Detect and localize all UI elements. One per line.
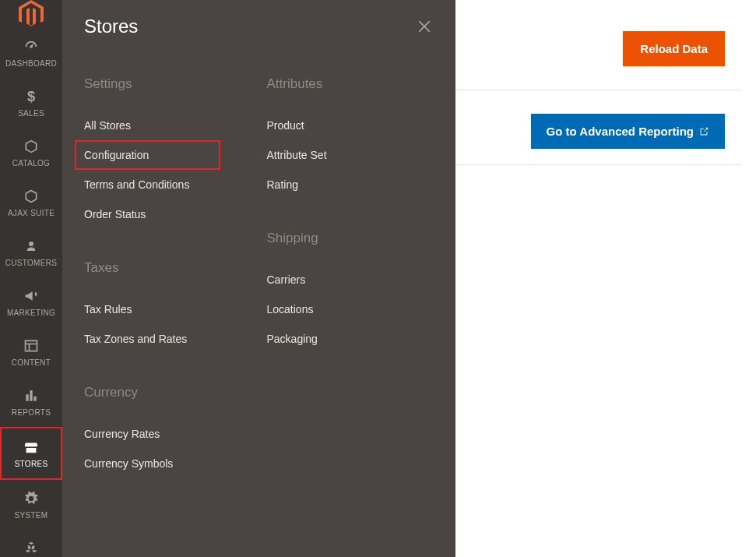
layout-icon xyxy=(22,337,40,355)
nav-customers[interactable]: CUSTOMERS xyxy=(0,227,62,277)
link-attribute-set[interactable]: Attribute Set xyxy=(267,140,434,170)
magento-logo[interactable] xyxy=(0,0,62,28)
hex-icon xyxy=(22,187,40,206)
flyout-col-right: Attributes Product Attribute Set Rating … xyxy=(267,76,434,509)
nav-label: AJAX SUITE xyxy=(8,209,55,218)
section-title: Settings xyxy=(84,76,251,92)
nav-stores[interactable]: STORES xyxy=(0,427,62,480)
gear-icon xyxy=(22,489,40,508)
nav-label: SYSTEM xyxy=(15,511,48,520)
person-icon xyxy=(22,237,40,256)
stores-flyout: Stores Settings All Stores Configuration… xyxy=(62,0,455,557)
link-all-stores[interactable]: All Stores xyxy=(84,111,251,140)
section-title: Taxes xyxy=(84,260,251,276)
section-title: Attributes xyxy=(267,76,434,92)
flyout-col-left: Settings All Stores Configuration Terms … xyxy=(84,76,251,509)
nav-label: CATALOG xyxy=(12,159,50,168)
link-packaging[interactable]: Packaging xyxy=(267,324,434,354)
bars-icon xyxy=(22,386,40,405)
dashboard-icon xyxy=(22,37,40,56)
reload-button[interactable]: Reload Data xyxy=(623,31,725,66)
link-locations[interactable]: Locations xyxy=(267,294,434,324)
nav-system[interactable]: SYSTEM xyxy=(0,480,62,530)
flyout-section-currency: Currency Currency Rates Currency Symbols xyxy=(84,385,251,478)
flyout-section-shipping: Shipping Carriers Locations Packaging xyxy=(267,231,434,354)
link-tax-rules[interactable]: Tax Rules xyxy=(84,294,251,324)
flyout-columns: Settings All Stores Configuration Terms … xyxy=(84,76,434,509)
advanced-reporting-button[interactable]: Go to Advanced Reporting xyxy=(531,114,725,149)
box-icon xyxy=(22,137,40,156)
megaphone-icon xyxy=(22,287,40,305)
link-rating[interactable]: Rating xyxy=(267,170,434,199)
nav-label: STORES xyxy=(15,460,48,469)
flyout-section-taxes: Taxes Tax Rules Tax Zones and Rates xyxy=(84,260,251,354)
section-title: Currency xyxy=(84,385,251,400)
flyout-section-settings: Settings All Stores Configuration Terms … xyxy=(84,76,251,229)
link-order-status[interactable]: Order Status xyxy=(84,199,251,229)
nav-label: DASHBOARD xyxy=(5,59,57,69)
link-terms[interactable]: Terms and Conditions xyxy=(84,170,251,199)
flyout-header: Stores xyxy=(84,16,434,37)
flyout-section-attributes: Attributes Product Attribute Set Rating xyxy=(267,76,434,199)
link-configuration[interactable]: Configuration xyxy=(75,140,220,170)
nav-partners[interactable]: FIND PARTNERS & EXTENSIONS xyxy=(0,530,62,557)
nav-label: MARKETING xyxy=(7,308,55,318)
advanced-reporting-label: Go to Advanced Reporting xyxy=(547,125,694,138)
close-icon[interactable] xyxy=(415,17,434,36)
section-title: Shipping xyxy=(267,231,434,246)
link-product[interactable]: Product xyxy=(267,111,434,140)
nav-dashboard[interactable]: DASHBOARD xyxy=(0,28,62,78)
external-link-icon xyxy=(698,126,709,137)
nav-catalog[interactable]: CATALOG xyxy=(0,128,62,178)
nav-marketing[interactable]: MARKETING xyxy=(0,277,62,327)
link-tax-zones[interactable]: Tax Zones and Rates xyxy=(84,324,251,354)
store-icon xyxy=(22,438,40,457)
link-currency-rates[interactable]: Currency Rates xyxy=(84,419,251,449)
admin-sidebar: DASHBOARD $ SALES CATALOG AJAX SUITE CUS… xyxy=(0,0,62,557)
nav-sales[interactable]: $ SALES xyxy=(0,78,62,128)
link-carriers[interactable]: Carriers xyxy=(267,265,434,294)
cubes-icon xyxy=(22,539,40,557)
svg-text:$: $ xyxy=(27,89,35,104)
magento-logo-icon xyxy=(17,0,45,28)
nav-label: SALES xyxy=(18,109,44,118)
flyout-title: Stores xyxy=(84,16,138,37)
nav-label: CUSTOMERS xyxy=(5,259,57,268)
nav-ajax-suite[interactable]: AJAX SUITE xyxy=(0,178,62,227)
link-currency-symbols[interactable]: Currency Symbols xyxy=(84,449,251,478)
nav-label: REPORTS xyxy=(12,408,51,418)
nav-label: CONTENT xyxy=(12,358,51,368)
nav-reports[interactable]: REPORTS xyxy=(0,377,62,427)
dollar-icon: $ xyxy=(22,87,40,106)
nav-content[interactable]: CONTENT xyxy=(0,327,62,377)
